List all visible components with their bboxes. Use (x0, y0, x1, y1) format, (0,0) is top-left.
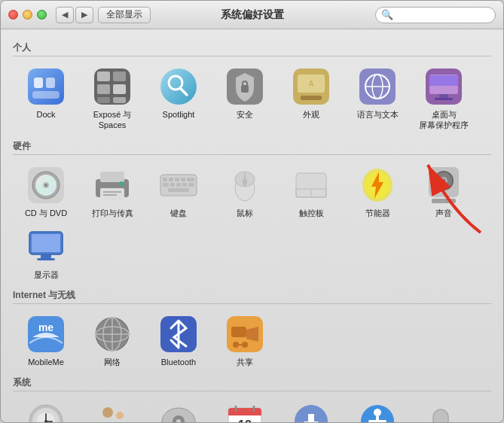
svg-rect-70 (37, 258, 55, 260)
icon-sharing[interactable]: 共享 (212, 310, 278, 372)
close-button[interactable] (8, 10, 18, 20)
svg-rect-10 (113, 97, 126, 103)
nav-buttons: ◀ ▶ (56, 7, 93, 23)
icon-access[interactable]: 万能辅助 (344, 397, 411, 422)
svg-rect-5 (97, 72, 110, 81)
icon-display[interactable]: 显示器 (13, 223, 79, 285)
icon-network[interactable]: 网络 (79, 310, 145, 372)
svg-point-11 (160, 68, 197, 105)
search-input[interactable] (375, 7, 496, 23)
svg-rect-7 (97, 84, 110, 94)
icon-softupdate[interactable]: 软件更新 (278, 397, 344, 422)
svg-rect-69 (41, 254, 51, 258)
icon-security[interactable]: 安全 (212, 62, 278, 135)
show-all-button[interactable]: 全部显示 (98, 7, 151, 23)
icon-appearance-label: 外观 (303, 109, 319, 120)
icon-lang-label: 语言与文本 (357, 109, 399, 120)
icon-spotlight[interactable]: Spotlight (145, 62, 212, 135)
svg-rect-47 (163, 183, 169, 187)
svg-rect-43 (169, 178, 173, 181)
forward-button[interactable]: ▶ (75, 7, 93, 23)
icon-bluetooth[interactable]: Bluetooth (145, 310, 212, 372)
svg-rect-44 (175, 178, 179, 181)
svg-rect-52 (168, 188, 189, 192)
minimize-button[interactable] (23, 10, 32, 20)
icon-print[interactable]: 打印与传真 (79, 161, 145, 223)
icon-cddvd[interactable]: CD 与 DVD (13, 161, 79, 223)
icon-speech[interactable]: 语音 (411, 397, 477, 422)
icon-network-label: 网络 (104, 357, 121, 367)
svg-rect-98 (228, 412, 261, 415)
icon-sharing-label: 共享 (237, 357, 253, 367)
icon-desktop-label: 桌面与屏幕保护程序 (419, 109, 469, 131)
svg-rect-105 (433, 409, 448, 422)
traffic-lights (8, 10, 47, 20)
icon-mouse-label: 鼠标 (237, 208, 253, 218)
content-area: 个人 Dock (1, 29, 503, 422)
section-personal-grid: Dock Exposé 与Space (13, 62, 491, 135)
back-button[interactable]: ◀ (56, 7, 74, 23)
svg-rect-36 (100, 172, 124, 182)
svg-text:A: A (308, 80, 313, 88)
icon-appearance[interactable]: A 外观 (278, 62, 344, 135)
icon-dock-label: Dock (36, 109, 55, 120)
window-title: 系统偏好设置 (221, 8, 284, 22)
svg-point-65 (442, 179, 445, 182)
svg-text:18: 18 (238, 418, 252, 422)
svg-rect-39 (103, 194, 117, 196)
icon-desktop[interactable]: 桌面与屏幕保护程序 (411, 62, 477, 135)
icon-datetime[interactable]: 18 日期与时间 (212, 397, 278, 422)
section-internet-grid: me MobileMe (13, 310, 491, 372)
icon-cddvd-label: CD 与 DVD (25, 208, 67, 218)
svg-rect-68 (32, 234, 60, 252)
svg-point-40 (119, 181, 124, 186)
svg-rect-2 (34, 78, 43, 88)
icon-mouse[interactable]: 鼠标 (212, 161, 278, 223)
svg-point-91 (116, 412, 124, 419)
icon-energy[interactable]: 节能器 (344, 161, 411, 223)
svg-rect-51 (188, 183, 194, 187)
icon-startup[interactable]: 启动磁盘 (145, 397, 212, 422)
icon-parental[interactable]: 家长控制 (79, 397, 145, 422)
svg-rect-38 (103, 191, 121, 193)
icon-keyboard-label: 键盘 (170, 208, 187, 218)
icon-sound[interactable]: 声音 (411, 161, 477, 223)
icon-mobileme[interactable]: me MobileMe (13, 310, 79, 372)
icon-lang[interactable]: 语言与文本 (344, 62, 411, 135)
section-hardware-grid: CD 与 DVD 打印与传真 (13, 161, 491, 285)
main-content: 个人 Dock (1, 29, 503, 422)
svg-rect-8 (113, 84, 126, 94)
svg-rect-48 (170, 183, 175, 187)
icon-display-label: 显示器 (34, 269, 59, 280)
section-label-personal: 个人 (13, 41, 491, 56)
svg-rect-46 (187, 178, 194, 181)
svg-rect-49 (176, 183, 181, 187)
icon-trackpad[interactable]: 触控板 (278, 161, 344, 223)
svg-rect-50 (182, 183, 187, 187)
svg-rect-42 (163, 178, 167, 181)
svg-rect-28 (439, 94, 448, 98)
svg-point-56 (243, 178, 247, 186)
icon-energy-label: 节能器 (365, 208, 390, 218)
titlebar: ◀ ▶ 全部显示 系统偏好设置 🔍 (1, 1, 503, 29)
icon-expose[interactable]: Exposé 与Spaces (79, 62, 145, 135)
svg-text:me: me (38, 321, 53, 333)
section-label-internet: Internet 与无线 (13, 289, 491, 304)
svg-rect-0 (28, 68, 64, 105)
icon-keyboard[interactable]: 键盘 (145, 161, 212, 223)
icon-mobileme-label: MobileMe (28, 357, 64, 367)
svg-rect-1 (32, 91, 60, 99)
svg-rect-29 (435, 98, 453, 100)
svg-rect-6 (113, 72, 126, 81)
icon-print-label: 打印与传真 (92, 208, 133, 218)
maximize-button[interactable] (37, 10, 47, 20)
svg-point-90 (102, 407, 113, 418)
icon-timemachine[interactable]: Time Machine (13, 397, 79, 422)
svg-rect-3 (46, 78, 55, 88)
svg-point-104 (374, 409, 381, 416)
section-label-system: 系统 (13, 376, 491, 391)
search-container: 🔍 (375, 7, 496, 23)
svg-rect-45 (181, 178, 185, 181)
icon-dock[interactable]: Dock (13, 62, 79, 135)
svg-rect-66 (432, 199, 456, 203)
